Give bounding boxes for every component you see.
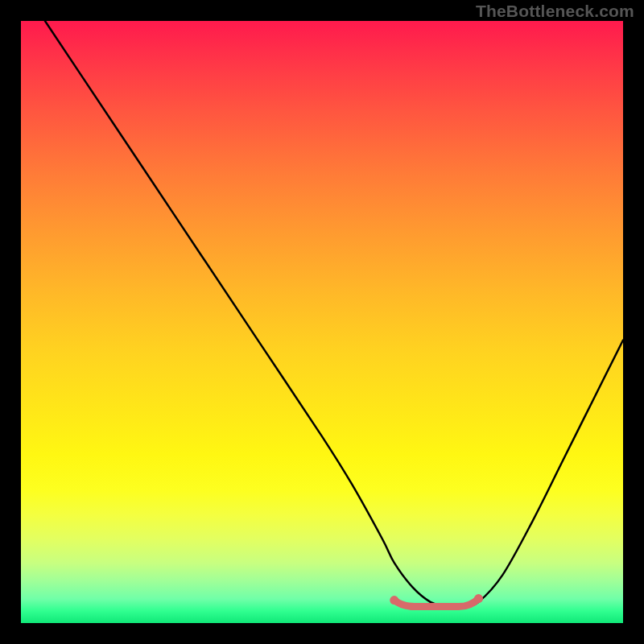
chart-svg [21, 21, 623, 623]
plot-area [21, 21, 623, 623]
watermark-text: TheBottleneck.com [476, 2, 634, 21]
optimal-range-highlight [394, 599, 479, 607]
curve-group [45, 21, 623, 607]
bottleneck-curve-line [45, 21, 623, 605]
highlight-dot-right [474, 594, 483, 603]
highlight-dot-left [390, 596, 398, 605]
chart-container: TheBottleneck.com [0, 0, 644, 644]
